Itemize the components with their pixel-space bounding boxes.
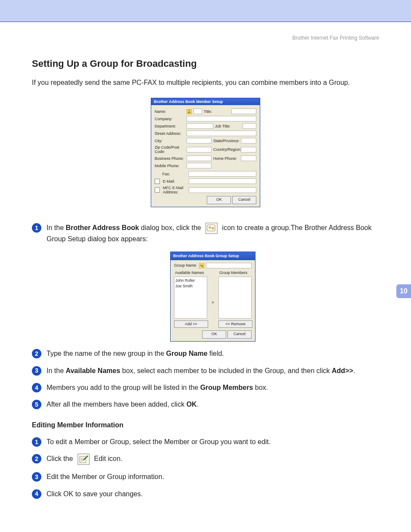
members-listbox[interactable] <box>218 277 252 319</box>
remove-button[interactable]: << Remove <box>218 320 252 328</box>
list-item[interactable]: Joe Smith <box>175 283 206 289</box>
page-top-strip <box>0 0 411 22</box>
step-bold: Available Names <box>65 367 120 374</box>
label-country: Country/Region: <box>213 147 239 152</box>
step-text: Click OK to save your changes. <box>47 490 143 498</box>
person-icon <box>187 109 192 114</box>
step-text: To edit a Member or Group, select the Me… <box>47 438 271 445</box>
step-text: . <box>197 401 199 408</box>
step-5: 5 After all the members have been added,… <box>32 399 379 409</box>
label-company: Company: <box>155 117 185 121</box>
group-icon <box>206 223 218 234</box>
page-title: Setting Up a Group for Broadcasting <box>32 58 379 69</box>
label-zip: Zip Code/Post Code: <box>155 145 185 154</box>
company-field[interactable] <box>187 116 256 121</box>
step-text: In the <box>47 367 65 374</box>
step-text: . <box>353 367 355 374</box>
svg-point-5 <box>212 227 214 230</box>
ok-button[interactable]: OK <box>202 330 226 339</box>
step-text: field. <box>208 350 224 357</box>
step-text: box. <box>253 384 268 391</box>
step-text: box, select each member to be included i… <box>120 367 332 374</box>
step-text: Edit the Member or Group information. <box>47 473 164 480</box>
dialog-titlebar: Brother Address Book Group Setup <box>171 252 255 260</box>
step-1: 1 In the Brother Address Book dialog box… <box>32 223 379 342</box>
edit-step-2: 2 Click the Edit icon. <box>32 454 379 465</box>
step-bullet-icon: 3 <box>32 472 41 482</box>
busphone-field[interactable] <box>187 156 212 161</box>
available-listbox[interactable]: John Roller Joe Smith <box>174 277 207 319</box>
step-text: Members you add to the group will be lis… <box>47 384 200 391</box>
title-field[interactable] <box>231 109 256 114</box>
edit-step-4: 4 Click OK to save your changes. <box>32 489 379 499</box>
label-title: Title: <box>204 109 230 114</box>
step-bold: Group Members <box>200 384 253 391</box>
email-field[interactable] <box>189 178 256 184</box>
label-homephone: Home Phone: <box>213 156 239 161</box>
country-field[interactable] <box>241 147 256 152</box>
step-bullet-icon: 2 <box>32 454 41 464</box>
step-bullet-icon: 1 <box>32 437 41 447</box>
step-text: In the <box>47 224 65 231</box>
label-fax: Fax: <box>162 172 187 176</box>
edit-step-1: 1 To edit a Member or Group, select the … <box>32 437 379 447</box>
label-busphone: Business Phone: <box>155 156 185 161</box>
label-state: State/Province: <box>213 139 239 143</box>
name-field[interactable] <box>193 109 202 114</box>
state-field[interactable] <box>241 138 256 143</box>
label-mobile: Mobile Phone: <box>155 164 185 168</box>
groupname-field[interactable] <box>206 263 252 268</box>
step-3: 3 In the Available Names box, select eac… <box>32 366 379 376</box>
label-available: Available Names <box>174 270 207 277</box>
step-text: After all the members have been added, c… <box>47 401 187 408</box>
svg-rect-2 <box>188 112 190 113</box>
step-bullet-icon: 1 <box>32 223 41 233</box>
jobtitle-field[interactable] <box>243 123 256 129</box>
svg-point-1 <box>188 110 190 112</box>
step-bold: Brother Address Book <box>65 224 139 231</box>
label-department: Department: <box>155 124 185 128</box>
label-street: Street Address: <box>155 131 185 136</box>
add-button[interactable]: Add >> <box>174 320 208 328</box>
homephone-field[interactable] <box>241 156 256 161</box>
fax-field[interactable] <box>188 171 256 177</box>
dialog-titlebar: Brother Address Book Member Setup <box>151 98 260 105</box>
edit-icon <box>78 454 90 465</box>
street-field[interactable] <box>187 131 256 136</box>
mobile-field[interactable] <box>187 163 212 168</box>
zip-field[interactable] <box>187 147 212 152</box>
step-text: Edit icon. <box>94 455 122 463</box>
list-item[interactable]: John Roller <box>175 278 206 283</box>
step-bullet-icon: 3 <box>32 366 41 376</box>
label-city: City: <box>155 139 185 143</box>
subheading-editing: Editing Member Information <box>32 421 379 429</box>
city-field[interactable] <box>187 138 212 143</box>
cancel-button[interactable]: Cancel <box>232 196 256 204</box>
step-bullet-icon: 4 <box>32 489 41 499</box>
step-bold: Add>> <box>332 367 353 374</box>
step-bold: OK <box>187 401 197 408</box>
step-bold: Group Name <box>166 350 208 357</box>
step-text: Click the <box>47 455 75 463</box>
mfcemail-checkbox[interactable] <box>155 187 160 193</box>
label-name: Name: <box>155 109 185 114</box>
running-header: Brother Internet Fax Printing Software <box>32 35 379 41</box>
svg-point-8 <box>202 265 203 267</box>
transfer-arrow-icon: » <box>210 277 216 328</box>
label-mfcemail: MFC E-Mail Address: <box>163 186 187 194</box>
step-4: 4 Members you add to the group will be l… <box>32 383 379 392</box>
intro-paragraph: If you repeatedly send the same PC-FAX t… <box>32 79 379 87</box>
edit-step-3: 3 Edit the Member or Group information. <box>32 472 379 482</box>
email-checkbox[interactable] <box>155 179 160 184</box>
ok-button[interactable]: OK <box>207 196 231 204</box>
mfcemail-field[interactable] <box>189 187 256 193</box>
label-email: E-Mail: <box>163 179 187 184</box>
label-groupname: Group Name <box>174 263 197 268</box>
step-2: 2 Type the name of the new group in the … <box>32 348 379 358</box>
member-setup-dialog: Brother Address Book Member Setup Name: … <box>151 98 260 207</box>
step-text: dialog box, click the <box>139 224 203 231</box>
group-setup-dialog: Brother Address Book Group Setup Group N… <box>170 252 255 342</box>
step-text: Type the name of the new group in the <box>47 350 166 357</box>
department-field[interactable] <box>187 123 213 129</box>
cancel-button[interactable]: Cancel <box>227 330 252 339</box>
